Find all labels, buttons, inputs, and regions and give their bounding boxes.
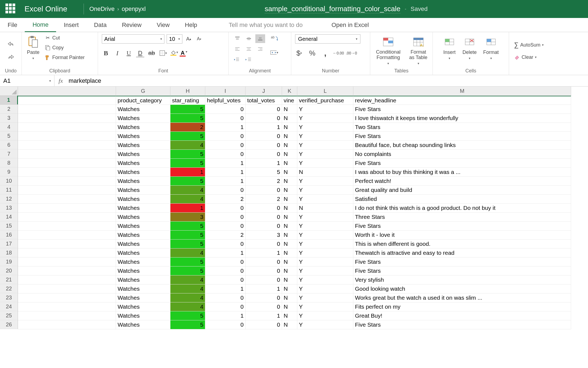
row-header-11[interactable]: 11 [0,185,18,194]
column-header-G[interactable]: G [116,87,170,96]
cell[interactable]: 3 [246,231,282,240]
format-cells-button[interactable]: Format▾ [482,34,500,61]
cell[interactable]: 1 [170,204,205,213]
cell[interactable]: Very stylish [353,275,571,284]
cell[interactable]: Five Stars [353,222,571,231]
currency-button[interactable]: $▾ [295,49,303,57]
cell[interactable]: Watches [116,204,170,213]
cell[interactable]: Y [297,213,353,222]
cell[interactable] [18,96,116,105]
row-header-15[interactable]: 15 [0,221,18,230]
cell[interactable] [18,114,116,123]
cell[interactable] [18,141,116,150]
cell[interactable]: Y [297,302,353,311]
cell[interactable] [18,213,116,222]
cell[interactable]: N [297,204,353,213]
cell[interactable]: 5 [170,132,205,141]
row-header-22[interactable]: 22 [0,284,18,293]
cell[interactable]: 1 [205,284,246,293]
cell[interactable]: Works great but the watch a used it on w… [353,293,571,302]
cell[interactable]: Watches [116,222,170,231]
cell[interactable]: N [282,186,297,195]
tell-me-search[interactable]: Tell me what you want to do [221,18,310,32]
cell[interactable]: Y [297,195,353,204]
cell[interactable]: Watches [116,231,170,240]
cell[interactable]: N [282,105,297,114]
cell[interactable]: Watches [116,240,170,249]
row-header-18[interactable]: 18 [0,248,18,257]
cell[interactable]: 1 [246,159,282,168]
cell[interactable]: 3 [170,213,205,222]
double-underline-button[interactable]: D [136,49,144,57]
cell[interactable]: Y [297,159,353,168]
cell[interactable]: N [282,150,297,159]
cell[interactable]: N [282,240,297,249]
redo-button[interactable] [7,53,15,61]
cell[interactable]: Five Stars [353,132,571,141]
row-header-6[interactable]: 6 [0,140,18,149]
delete-cells-button[interactable]: Delete▾ [461,34,478,61]
row-header-25[interactable]: 25 [0,311,18,320]
cell[interactable]: N [282,222,297,231]
cell[interactable]: N [282,114,297,123]
conditional-formatting-button[interactable]: Conditional Formatting▾ [374,34,402,66]
cell[interactable]: 5 [170,240,205,249]
cell[interactable]: 5 [170,266,205,275]
cell[interactable]: Five Stars [353,159,571,168]
app-launcher-icon[interactable] [5,4,16,14]
cell[interactable]: N [282,231,297,240]
cell[interactable]: No complaints [353,150,571,159]
cell[interactable]: Y [297,284,353,293]
cell[interactable] [18,204,116,213]
cell[interactable] [18,231,116,240]
cell[interactable]: 0 [205,204,246,213]
row-header-20[interactable]: 20 [0,266,18,275]
cell[interactable]: N [282,293,297,302]
cell[interactable]: Y [297,293,353,302]
borders-button[interactable]: ▾ [159,49,167,57]
cell[interactable]: Y [297,311,353,320]
cell[interactable]: Great quality and build [353,186,571,195]
cell[interactable]: Y [297,240,353,249]
cell[interactable]: Five Stars [353,320,571,329]
cell[interactable] [18,302,116,311]
wrap-text-button[interactable]: ab [270,34,278,42]
cell[interactable]: Watches [116,284,170,293]
document-name[interactable]: sample_conditional_formatting_color_scal… [265,5,400,13]
align-right-button[interactable] [255,45,265,53]
cell[interactable]: 0 [205,105,246,114]
cell[interactable] [18,222,116,231]
column-header-J[interactable]: J [246,87,282,96]
insert-cells-button[interactable]: Insert▾ [442,34,457,61]
cell[interactable]: 2 [205,231,246,240]
cell[interactable]: 1 [246,123,282,132]
cell[interactable]: 2 [205,195,246,204]
cell[interactable]: 5 [170,105,205,114]
cell[interactable]: I was about to buy this thinking it was … [353,168,571,177]
row-header-9[interactable]: 9 [0,167,18,176]
cell[interactable]: 0 [205,141,246,150]
cell[interactable]: 5 [170,159,205,168]
cell[interactable]: Y [297,222,353,231]
merge-center-button[interactable]: ▾ [270,48,278,57]
cell[interactable]: Thewatch is attractive and easy to read [353,249,571,257]
tab-view[interactable]: View [149,18,177,32]
cell[interactable] [18,186,116,195]
cell[interactable] [18,249,116,257]
row-header-1[interactable]: 1 [0,96,18,105]
cell[interactable]: Satisfied [353,195,571,204]
cell[interactable]: Y [297,150,353,159]
cell[interactable]: 2 [170,123,205,132]
cell[interactable]: Watches [116,320,170,329]
align-top-button[interactable] [232,34,242,43]
cell[interactable]: Good looking watch [353,284,571,293]
cell[interactable]: 1 [205,249,246,257]
cell[interactable]: Y [297,132,353,141]
cell[interactable]: N [282,123,297,132]
cell[interactable]: Y [297,114,353,123]
cell[interactable]: N [282,141,297,150]
cell[interactable]: Y [297,186,353,195]
cell[interactable]: 0 [205,320,246,329]
cell[interactable]: Watches [116,293,170,302]
cell[interactable]: 1 [246,284,282,293]
